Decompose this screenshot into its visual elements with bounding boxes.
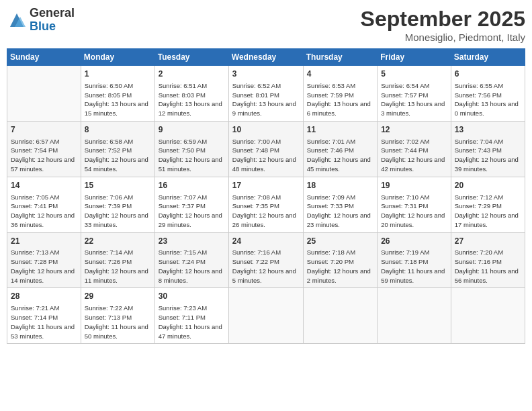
weekday-header: Saturday [451, 49, 525, 66]
calendar-day-cell: 3Sunrise: 6:52 AM Sunset: 8:01 PM Daylig… [228, 66, 303, 122]
day-number: 23 [159, 236, 225, 247]
day-number: 1 [85, 68, 151, 80]
calendar-day-cell: 29Sunrise: 7:22 AM Sunset: 7:13 PM Dayli… [81, 288, 154, 344]
day-number: 2 [159, 68, 225, 80]
day-number: 14 [11, 180, 77, 191]
calendar-day-cell: 10Sunrise: 7:00 AM Sunset: 7:48 PM Dayli… [228, 121, 303, 177]
day-number: 4 [307, 68, 373, 80]
day-detail: Sunrise: 7:21 AM Sunset: 7:14 PM Dayligh… [11, 304, 77, 340]
calendar-day-cell: 4Sunrise: 6:53 AM Sunset: 7:59 PM Daylig… [303, 66, 377, 122]
calendar-day-cell: 9Sunrise: 6:59 AM Sunset: 7:50 PM Daylig… [154, 121, 228, 177]
day-number: 17 [232, 180, 300, 191]
day-number: 15 [85, 180, 151, 191]
day-detail: Sunrise: 6:54 AM Sunset: 7:57 PM Dayligh… [381, 81, 447, 118]
day-detail: Sunrise: 6:51 AM Sunset: 8:03 PM Dayligh… [159, 81, 225, 118]
calendar-day-cell [451, 288, 525, 344]
weekday-header: Thursday [303, 49, 377, 66]
day-number: 27 [455, 236, 521, 247]
day-detail: Sunrise: 7:22 AM Sunset: 7:13 PM Dayligh… [85, 304, 151, 340]
calendar-day-cell: 2Sunrise: 6:51 AM Sunset: 8:03 PM Daylig… [154, 66, 228, 122]
day-number: 6 [455, 68, 521, 80]
day-detail: Sunrise: 6:52 AM Sunset: 8:01 PM Dayligh… [232, 81, 300, 118]
day-detail: Sunrise: 7:13 AM Sunset: 7:28 PM Dayligh… [11, 248, 77, 285]
calendar-day-cell: 11Sunrise: 7:01 AM Sunset: 7:46 PM Dayli… [303, 121, 377, 177]
logo-icon [7, 10, 27, 30]
day-detail: Sunrise: 7:02 AM Sunset: 7:44 PM Dayligh… [381, 137, 447, 174]
calendar-day-cell: 27Sunrise: 7:20 AM Sunset: 7:16 PM Dayli… [451, 232, 525, 288]
calendar-day-cell [303, 288, 377, 344]
calendar-day-cell: 23Sunrise: 7:15 AM Sunset: 7:24 PM Dayli… [154, 232, 228, 288]
calendar-week-row: 28Sunrise: 7:21 AM Sunset: 7:14 PM Dayli… [7, 288, 525, 344]
calendar-day-cell: 17Sunrise: 7:08 AM Sunset: 7:35 PM Dayli… [228, 177, 303, 232]
day-number: 24 [232, 236, 300, 247]
day-detail: Sunrise: 7:00 AM Sunset: 7:48 PM Dayligh… [232, 137, 300, 174]
weekday-header: Monday [81, 49, 154, 66]
calendar-week-row: 14Sunrise: 7:05 AM Sunset: 7:41 PM Dayli… [7, 177, 525, 232]
day-detail: Sunrise: 7:18 AM Sunset: 7:20 PM Dayligh… [307, 248, 373, 285]
day-detail: Sunrise: 7:04 AM Sunset: 7:43 PM Dayligh… [455, 137, 521, 174]
calendar-day-cell: 15Sunrise: 7:06 AM Sunset: 7:39 PM Dayli… [81, 177, 154, 232]
day-number: 5 [381, 68, 447, 80]
day-detail: Sunrise: 6:59 AM Sunset: 7:50 PM Dayligh… [159, 137, 225, 174]
day-detail: Sunrise: 7:19 AM Sunset: 7:18 PM Dayligh… [381, 248, 447, 285]
day-number: 11 [307, 124, 373, 136]
calendar-day-cell: 28Sunrise: 7:21 AM Sunset: 7:14 PM Dayli… [7, 288, 81, 344]
day-detail: Sunrise: 7:10 AM Sunset: 7:31 PM Dayligh… [381, 193, 447, 230]
day-number: 18 [307, 180, 373, 191]
day-number: 19 [381, 180, 447, 191]
day-detail: Sunrise: 7:14 AM Sunset: 7:26 PM Dayligh… [85, 248, 151, 285]
day-number: 10 [232, 124, 300, 136]
page-header: General Blue September 2025 Monesiglio, … [7, 7, 525, 43]
calendar-day-cell: 12Sunrise: 7:02 AM Sunset: 7:44 PM Dayli… [378, 121, 451, 177]
calendar-day-cell: 22Sunrise: 7:14 AM Sunset: 7:26 PM Dayli… [81, 232, 154, 288]
day-detail: Sunrise: 7:09 AM Sunset: 7:33 PM Dayligh… [307, 193, 373, 230]
calendar-day-cell: 8Sunrise: 6:58 AM Sunset: 7:52 PM Daylig… [81, 121, 154, 177]
location-subtitle: Monesiglio, Piedmont, Italy [361, 32, 525, 43]
day-number: 25 [307, 236, 373, 247]
logo: General Blue [7, 7, 75, 34]
calendar-day-cell: 16Sunrise: 7:07 AM Sunset: 7:37 PM Dayli… [154, 177, 228, 232]
day-number: 20 [455, 180, 521, 191]
calendar-day-cell: 14Sunrise: 7:05 AM Sunset: 7:41 PM Dayli… [7, 177, 81, 232]
calendar-header: SundayMondayTuesdayWednesdayThursdayFrid… [7, 49, 525, 66]
day-number: 12 [381, 124, 447, 136]
logo-general: General [30, 7, 75, 20]
day-detail: Sunrise: 6:50 AM Sunset: 8:05 PM Dayligh… [85, 81, 151, 118]
day-detail: Sunrise: 7:05 AM Sunset: 7:41 PM Dayligh… [11, 193, 77, 230]
calendar-day-cell: 25Sunrise: 7:18 AM Sunset: 7:20 PM Dayli… [303, 232, 377, 288]
calendar-day-cell: 26Sunrise: 7:19 AM Sunset: 7:18 PM Dayli… [378, 232, 451, 288]
day-number: 30 [159, 291, 225, 302]
day-detail: Sunrise: 7:16 AM Sunset: 7:22 PM Dayligh… [232, 248, 300, 285]
calendar-day-cell: 21Sunrise: 7:13 AM Sunset: 7:28 PM Dayli… [7, 232, 81, 288]
weekday-header: Tuesday [154, 49, 228, 66]
day-number: 9 [159, 124, 225, 136]
calendar-day-cell: 30Sunrise: 7:23 AM Sunset: 7:11 PM Dayli… [154, 288, 228, 344]
weekday-header: Sunday [7, 49, 81, 66]
day-number: 21 [11, 236, 77, 247]
day-detail: Sunrise: 7:08 AM Sunset: 7:35 PM Dayligh… [232, 193, 300, 230]
day-detail: Sunrise: 7:06 AM Sunset: 7:39 PM Dayligh… [85, 193, 151, 230]
calendar-day-cell: 1Sunrise: 6:50 AM Sunset: 8:05 PM Daylig… [81, 66, 154, 122]
calendar-day-cell [7, 66, 81, 122]
day-number: 29 [85, 291, 151, 302]
day-detail: Sunrise: 7:12 AM Sunset: 7:29 PM Dayligh… [455, 193, 521, 230]
day-number: 22 [85, 236, 151, 247]
day-detail: Sunrise: 7:15 AM Sunset: 7:24 PM Dayligh… [159, 248, 225, 285]
calendar-day-cell: 20Sunrise: 7:12 AM Sunset: 7:29 PM Dayli… [451, 177, 525, 232]
calendar-day-cell: 5Sunrise: 6:54 AM Sunset: 7:57 PM Daylig… [378, 66, 451, 122]
day-number: 3 [232, 68, 300, 80]
weekday-header: Friday [378, 49, 451, 66]
calendar-day-cell [378, 288, 451, 344]
calendar-body: 1Sunrise: 6:50 AM Sunset: 8:05 PM Daylig… [7, 66, 525, 344]
calendar-day-cell: 6Sunrise: 6:55 AM Sunset: 7:56 PM Daylig… [451, 66, 525, 122]
day-detail: Sunrise: 7:23 AM Sunset: 7:11 PM Dayligh… [159, 304, 225, 340]
day-detail: Sunrise: 7:01 AM Sunset: 7:46 PM Dayligh… [307, 137, 373, 174]
logo-blue: Blue [30, 20, 75, 34]
day-number: 7 [11, 124, 77, 136]
calendar-week-row: 1Sunrise: 6:50 AM Sunset: 8:05 PM Daylig… [7, 66, 525, 122]
calendar-week-row: 7Sunrise: 6:57 AM Sunset: 7:54 PM Daylig… [7, 121, 525, 177]
day-detail: Sunrise: 6:53 AM Sunset: 7:59 PM Dayligh… [307, 81, 373, 118]
day-detail: Sunrise: 7:20 AM Sunset: 7:16 PM Dayligh… [455, 248, 521, 285]
day-number: 8 [85, 124, 151, 136]
calendar-day-cell: 19Sunrise: 7:10 AM Sunset: 7:31 PM Dayli… [378, 177, 451, 232]
